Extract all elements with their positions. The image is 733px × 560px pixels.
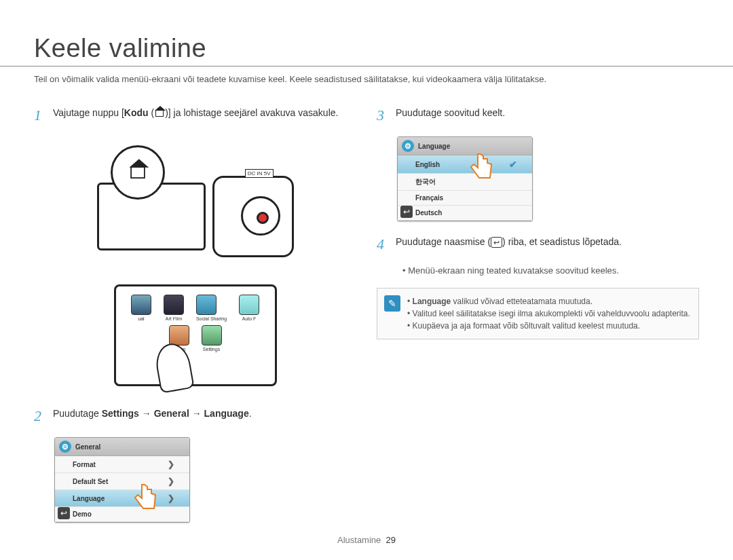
right-column: 3 Puudutage soovitud keelt. ⚙ Language E… (377, 106, 699, 523)
step-4: 4 Puudutage naasmise (↩) riba, et seadis… (377, 235, 699, 257)
home-icon (155, 110, 164, 117)
page-title: Keele valimine (0, 0, 733, 67)
app-icon (131, 295, 151, 315)
panel-header: ⚙ Language (398, 137, 532, 155)
language-panel: ⚙ Language English✔ 한국어 Français Deutsch… (397, 136, 533, 221)
chevron-right-icon: ❯ (168, 477, 174, 486)
note-item: Kuupäeva ja aja formaat võib sõltuvalt v… (407, 320, 690, 332)
icon-row-2: Album Settings (121, 325, 269, 352)
return-icon: ↩ (491, 237, 502, 248)
step-3-text: Puudutage soovitud keelt. (396, 106, 505, 128)
settings-row-format[interactable]: Format❯ (55, 456, 189, 473)
step-1-text: Vajutage nuppu [Kodu ()] ja lohistage se… (53, 106, 338, 128)
step-4-number: 4 (377, 233, 389, 255)
step-2: 2 Puudutage Settings → General → Languag… (34, 407, 356, 429)
app-label: Settings (202, 347, 222, 352)
app-icon (169, 325, 189, 346)
camera-dial (241, 196, 280, 236)
panel-title: Language (418, 143, 450, 150)
settings-row-default-set[interactable]: Default Set❯ (55, 473, 189, 490)
home-button-zoom (111, 145, 165, 200)
step-3: 3 Puudutage soovitud keelt. (377, 106, 699, 128)
app-label: Art Film (164, 316, 184, 321)
settings-row-demo[interactable]: Demo (55, 507, 189, 522)
settings-general-panel: ⚙ General Format❯ Default Set❯ Language❯… (54, 437, 190, 523)
app-icon (239, 295, 259, 315)
back-icon[interactable]: ↩ (400, 206, 413, 218)
chevron-right-icon: ❯ (168, 493, 174, 503)
home-icon (130, 166, 145, 179)
panel-header: ⚙ General (55, 438, 189, 456)
step-3-number: 3 (377, 104, 389, 126)
language-row-deutsch[interactable]: Deutsch (398, 206, 532, 221)
left-column: 1 Vajutage nuppu [Kodu ()] ja lohistage … (34, 106, 356, 523)
footer-section: Alustamine (337, 535, 381, 545)
app-label: ual (131, 316, 151, 321)
check-icon: ✔ (509, 159, 517, 170)
page-footer: Alustamine 29 (0, 535, 733, 545)
app-icon (164, 295, 184, 315)
language-row-korean[interactable]: 한국어 (398, 174, 532, 191)
app-icon (202, 325, 222, 346)
gear-icon: ⚙ (59, 441, 71, 453)
chevron-right-icon: ❯ (168, 460, 174, 469)
gear-icon: ⚙ (402, 140, 414, 152)
step-2-text: Puudutage Settings → General → Language. (53, 407, 252, 429)
note-item: Valitud keel säilitatakse isegi ilma aku… (407, 307, 690, 320)
back-icon[interactable]: ↩ (58, 507, 70, 519)
step-1: 1 Vajutage nuppu [Kodu ()] ja lohistage … (34, 106, 356, 128)
content-columns: 1 Vajutage nuppu [Kodu ()] ja lohistage … (0, 86, 733, 523)
camera-illustration: DC IN 5V (90, 142, 301, 278)
note-list: Language valikud võivad etteteatamata mu… (407, 295, 690, 332)
panel-title: General (75, 443, 100, 451)
app-label: Social Sharing (196, 316, 227, 321)
icon-row-1: ual Art Film Social Sharing Auto F (121, 295, 269, 321)
note-icon: ✎ (384, 295, 400, 312)
home-screen-illustration: ual Art Film Social Sharing Auto F (114, 284, 277, 386)
language-row-francais[interactable]: Français (398, 191, 532, 206)
note-item: Language valikud võivad etteteatamata mu… (407, 295, 690, 307)
step-1-number: 1 (34, 104, 46, 126)
language-row-english[interactable]: English✔ (398, 155, 532, 174)
app-label: Auto F (239, 316, 259, 321)
settings-row-language[interactable]: Language❯ (55, 490, 189, 507)
intro-text: Teil on võimalik valida menüü-ekraani võ… (0, 73, 733, 86)
app-icon (196, 295, 217, 315)
step-4-bullet: Menüü-ekraan ning teated kuvatakse soovi… (402, 265, 699, 276)
step-4-text: Puudutage naasmise (↩) riba, et seadistu… (396, 235, 622, 257)
page-number: 29 (386, 535, 396, 545)
step-2-number: 2 (34, 405, 46, 427)
note-box: ✎ Language valikud võivad etteteatamata … (377, 288, 699, 339)
dc-in-label: DC IN 5V (245, 169, 274, 178)
